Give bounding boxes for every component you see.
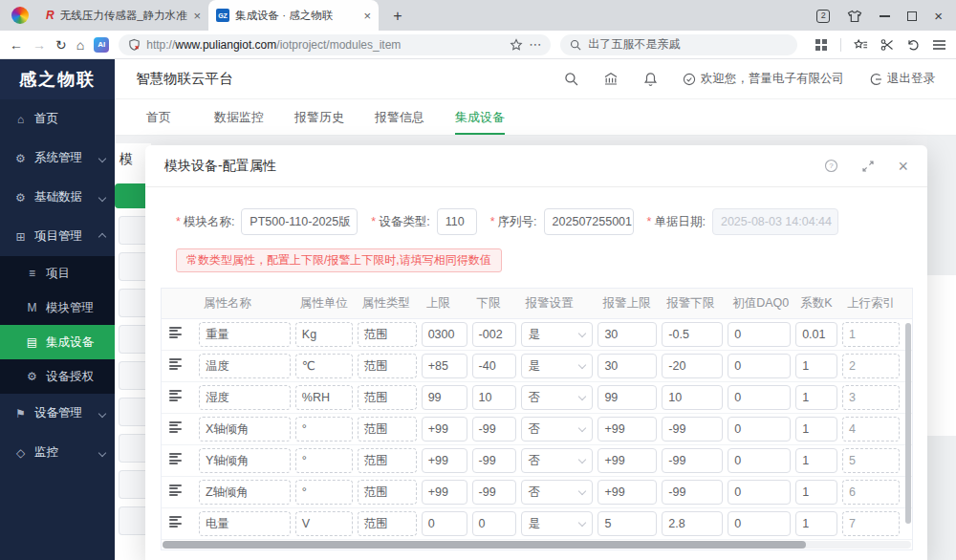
- prop-unit-input[interactable]: V: [295, 511, 353, 536]
- init-daq0-input[interactable]: 0: [728, 322, 791, 347]
- minimize-button[interactable]: [880, 15, 890, 17]
- horizontal-scrollbar[interactable]: [163, 541, 911, 549]
- apps-grid-icon[interactable]: [815, 38, 828, 52]
- ai-assistant-icon[interactable]: AI: [94, 37, 109, 53]
- url-text[interactable]: http://www.puliangiot.com/iotproject/mod…: [146, 38, 504, 52]
- home-icon[interactable]: ⌂: [76, 37, 84, 53]
- sidebar-item-2[interactable]: ⚙基础数据: [0, 178, 115, 217]
- upper-limit-input[interactable]: +85: [422, 354, 467, 378]
- menu-icon[interactable]: [932, 39, 946, 51]
- sidebar-item-1[interactable]: ⚙系统管理: [0, 139, 115, 178]
- prop-type-input[interactable]: 范围: [358, 385, 417, 410]
- welcome-user[interactable]: 欢迎您，普量电子有限公司: [683, 71, 844, 87]
- prop-type-input[interactable]: 范围: [358, 354, 417, 378]
- fullscreen-expand-icon[interactable]: [861, 160, 875, 173]
- uplink-index-input[interactable]: 2: [842, 354, 900, 378]
- upper-limit-input[interactable]: +99: [422, 448, 467, 473]
- alarm-upper-input[interactable]: +99: [598, 417, 657, 442]
- sidebar-item-3[interactable]: ⊞项目管理: [0, 217, 115, 256]
- lower-limit-input[interactable]: -99: [472, 480, 516, 505]
- alarm-upper-input[interactable]: +99: [598, 448, 657, 473]
- drag-handle-icon[interactable]: [169, 388, 182, 403]
- address-bar[interactable]: http://www.puliangiot.com/iotproject/mod…: [119, 34, 551, 55]
- drag-handle-icon[interactable]: [169, 451, 182, 466]
- coefficient-k-input[interactable]: 1: [795, 511, 837, 536]
- prop-type-input[interactable]: 范围: [358, 322, 417, 347]
- alarm-lower-input[interactable]: -20: [662, 354, 723, 378]
- maximize-button[interactable]: [907, 11, 917, 21]
- upper-limit-input[interactable]: 99: [422, 385, 467, 410]
- drag-handle-icon[interactable]: [169, 483, 182, 498]
- coefficient-k-input[interactable]: 1: [795, 385, 837, 410]
- upper-limit-input[interactable]: 0: [422, 511, 467, 536]
- prop-name-input[interactable]: Z轴倾角: [199, 480, 291, 505]
- prop-name-input[interactable]: Y轴倾角: [199, 448, 291, 473]
- alarm-lower-input[interactable]: 10: [662, 385, 723, 410]
- lower-limit-input[interactable]: 10: [472, 385, 516, 410]
- prop-unit-input[interactable]: Kg: [295, 322, 353, 347]
- init-daq0-input[interactable]: 0: [728, 480, 791, 505]
- reload-icon[interactable]: ↻: [55, 37, 67, 53]
- sidebar-item-9[interactable]: ◇监控: [0, 433, 115, 472]
- tab-count-badge[interactable]: 2: [816, 10, 830, 23]
- document-date-input[interactable]: 2025-08-03 14:04:44: [712, 208, 838, 235]
- device-type-input[interactable]: 110: [437, 208, 477, 235]
- back-icon[interactable]: ←: [10, 37, 23, 53]
- prop-unit-input[interactable]: °: [295, 448, 353, 473]
- alarm-setting-select[interactable]: 否: [521, 417, 594, 442]
- alarm-setting-select[interactable]: 是: [521, 511, 594, 536]
- alarm-lower-input[interactable]: -99: [662, 480, 723, 505]
- page-tab-2[interactable]: 报警历史: [293, 99, 346, 135]
- sidebar-item-5[interactable]: M模块管理: [0, 291, 115, 325]
- upper-limit-input[interactable]: 0300: [422, 322, 467, 347]
- alarm-lower-input[interactable]: -99: [662, 448, 723, 473]
- sidebar-item-8[interactable]: ⚑设备管理: [0, 394, 115, 433]
- new-tab-button[interactable]: +: [388, 8, 407, 25]
- sidebar-item-7[interactable]: ⚙设备授权: [0, 359, 115, 394]
- prop-name-input[interactable]: 重量: [199, 322, 291, 347]
- alarm-setting-select[interactable]: 否: [521, 480, 594, 505]
- prop-name-input[interactable]: 温度: [199, 354, 291, 378]
- alarm-setting-select[interactable]: 是: [521, 322, 594, 347]
- sidebar-item-6[interactable]: ▤集成设备: [0, 325, 115, 359]
- sidebar-item-4[interactable]: ≡项目: [0, 256, 115, 291]
- drag-handle-icon[interactable]: [169, 420, 182, 435]
- prop-unit-input[interactable]: °: [295, 480, 353, 505]
- bank-icon[interactable]: [603, 72, 619, 86]
- skin-shirt-icon[interactable]: [847, 10, 862, 23]
- lower-limit-input[interactable]: -40: [472, 354, 516, 378]
- bell-icon[interactable]: [643, 72, 658, 87]
- window-close-button[interactable]: ×: [934, 11, 943, 21]
- undo-icon[interactable]: [906, 38, 920, 52]
- prop-type-input[interactable]: 范围: [358, 417, 417, 442]
- forward-icon[interactable]: →: [33, 37, 46, 53]
- alarm-upper-input[interactable]: 30: [598, 322, 657, 347]
- drag-handle-icon[interactable]: [169, 325, 182, 340]
- alarm-setting-select[interactable]: 否: [521, 385, 594, 410]
- upper-limit-input[interactable]: +99: [422, 417, 467, 442]
- alarm-lower-input[interactable]: -0.5: [662, 322, 723, 347]
- alarm-setting-select[interactable]: 是: [521, 354, 594, 378]
- lower-limit-input[interactable]: -99: [472, 417, 516, 442]
- bookmark-star-icon[interactable]: [510, 38, 523, 52]
- init-daq0-input[interactable]: 0: [728, 448, 791, 473]
- prop-unit-input[interactable]: °: [295, 417, 353, 442]
- horizontal-scrollbar-thumb[interactable]: [163, 541, 806, 549]
- alarm-lower-input[interactable]: -99: [662, 417, 723, 442]
- alarm-setting-select[interactable]: 否: [521, 448, 594, 473]
- uplink-index-input[interactable]: 4: [842, 417, 900, 442]
- init-daq0-input[interactable]: 0: [728, 511, 791, 536]
- alarm-upper-input[interactable]: +99: [598, 480, 657, 505]
- init-daq0-input[interactable]: 0: [728, 354, 791, 378]
- alarm-upper-input[interactable]: 99: [598, 385, 657, 410]
- uplink-index-input[interactable]: 1: [842, 322, 900, 347]
- page-tab-1[interactable]: 数据监控: [212, 99, 266, 135]
- prop-name-input[interactable]: X轴倾角: [199, 417, 291, 442]
- page-tab-0[interactable]: 首页: [132, 99, 185, 135]
- favorites-star-icon[interactable]: [854, 38, 868, 52]
- page-tab-4[interactable]: 集成设备: [453, 99, 507, 135]
- drag-handle-icon[interactable]: [169, 356, 182, 372]
- tab2-close-icon[interactable]: ×: [363, 9, 371, 23]
- help-icon[interactable]: ?: [824, 159, 838, 173]
- vertical-scrollbar[interactable]: [905, 320, 911, 540]
